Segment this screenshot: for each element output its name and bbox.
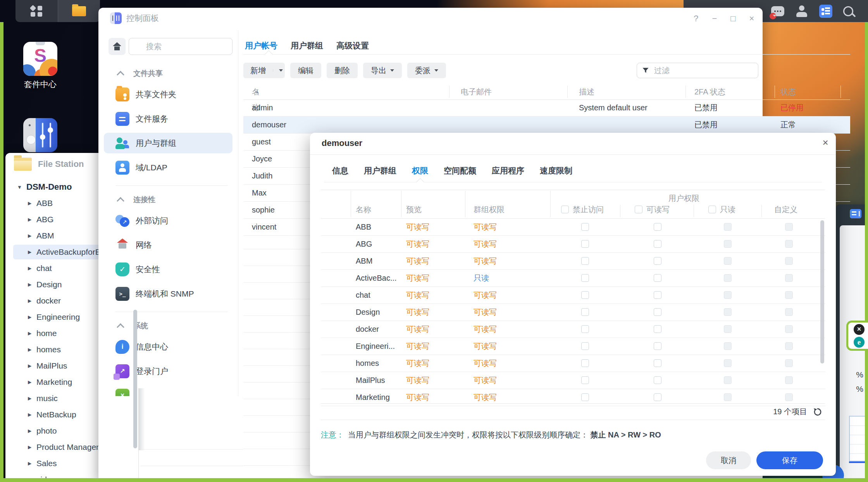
edit-button[interactable]: 编辑 [290, 63, 321, 78]
sidebar-item[interactable]: 外部访问 [98, 208, 238, 233]
read-write-checkbox[interactable] [654, 223, 661, 231]
sidebar-item[interactable]: 系统 [98, 317, 238, 334]
dialog-tab[interactable]: 应用程序 [492, 165, 524, 176]
custom-checkbox[interactable] [785, 223, 793, 231]
read-only-checkbox[interactable] [724, 393, 732, 401]
user-row[interactable]: demouser 已禁用 正常 [243, 117, 850, 134]
custom-checkbox[interactable] [785, 240, 793, 248]
custom-checkbox[interactable] [785, 342, 793, 350]
tree-scrollbar[interactable] [133, 310, 137, 448]
read-write-checkbox[interactable] [654, 393, 661, 401]
window-app-icon[interactable] [850, 209, 861, 218]
dialog-tab[interactable]: 速度限制 [540, 165, 572, 176]
no-access-checkbox[interactable] [581, 291, 589, 299]
preview-permission[interactable]: 可读写 [406, 287, 429, 304]
close-icon[interactable]: × [818, 137, 832, 149]
preview-permission[interactable]: 可读写 [406, 219, 429, 235]
group-permission[interactable]: 可读写 [474, 304, 497, 321]
sidebar-item[interactable]: 文件共享 [98, 65, 238, 82]
select-all-read-write-checkbox[interactable] [635, 206, 642, 213]
cancel-button[interactable]: 取消 [706, 451, 751, 469]
caret-right-icon[interactable]: ▶ [28, 217, 36, 222]
delete-button[interactable]: 删除 [327, 63, 358, 78]
read-only-checkbox[interactable] [724, 359, 732, 367]
read-only-checkbox[interactable] [724, 325, 732, 333]
caret-down-icon[interactable]: ▼ [17, 184, 26, 190]
read-only-checkbox[interactable] [724, 223, 732, 231]
sidebar-item[interactable]: 安全性 [98, 257, 238, 281]
sidebar-item[interactable] [98, 383, 238, 396]
read-write-checkbox[interactable] [654, 308, 661, 316]
select-all-read-only-checkbox[interactable] [708, 206, 716, 213]
desktop-icon-control-panel[interactable] [23, 118, 57, 152]
sidebar-item[interactable] [98, 180, 238, 191]
select-all-no-access-checkbox[interactable] [561, 206, 569, 213]
read-write-checkbox[interactable] [654, 376, 661, 384]
read-only-checkbox[interactable] [724, 274, 732, 282]
dialog-tab[interactable]: 权限 [412, 165, 428, 176]
caret-right-icon[interactable]: ▶ [28, 201, 36, 206]
custom-checkbox[interactable] [785, 325, 793, 333]
read-only-checkbox[interactable] [724, 308, 732, 316]
custom-checkbox[interactable] [785, 359, 793, 367]
no-access-checkbox[interactable] [581, 359, 589, 367]
read-write-checkbox[interactable] [654, 359, 661, 367]
caret-right-icon[interactable]: ▶ [28, 331, 36, 336]
sidebar-item[interactable]: 连接性 [98, 191, 238, 208]
preview-permission[interactable]: 可读写 [406, 355, 429, 372]
refresh-icon[interactable] [813, 407, 823, 417]
tab[interactable]: 用户帐号 [245, 40, 277, 51]
user-icon[interactable] [795, 5, 808, 17]
dialog-scrollbar[interactable] [820, 220, 824, 364]
no-access-checkbox[interactable] [581, 376, 589, 384]
sidebar-item[interactable]: 信息中心 [98, 334, 238, 359]
group-permission[interactable]: 可读写 [474, 355, 497, 372]
group-permission[interactable]: 可读写 [474, 253, 497, 269]
preview-permission[interactable]: 可读写 [406, 253, 429, 269]
preview-permission[interactable]: 可读写 [406, 236, 429, 252]
read-only-checkbox[interactable] [724, 240, 732, 248]
no-access-checkbox[interactable] [581, 325, 589, 333]
desktop-icon-package-center[interactable]: S [23, 42, 57, 76]
user-row[interactable]: admin System default user 已禁用 已停用 [243, 99, 850, 117]
minimize-button[interactable]: − [708, 12, 722, 25]
caret-right-icon[interactable]: ▶ [28, 266, 36, 271]
group-permission[interactable]: 只读 [474, 270, 489, 286]
custom-checkbox[interactable] [785, 308, 793, 316]
sidebar-item[interactable]: 终端机和 SNMP [98, 281, 238, 306]
preview-permission[interactable]: 可读写 [406, 372, 429, 389]
close-icon[interactable]: × [854, 324, 865, 335]
chat-icon[interactable] [771, 6, 784, 16]
group-permission[interactable]: 可读写 [474, 219, 497, 235]
dialog-tab[interactable]: 空间配额 [444, 165, 476, 176]
caret-right-icon[interactable]: ▶ [28, 428, 36, 434]
read-only-checkbox[interactable] [724, 342, 732, 350]
no-access-checkbox[interactable] [581, 223, 589, 231]
custom-checkbox[interactable] [785, 274, 793, 282]
group-permission[interactable]: 可读写 [474, 236, 497, 252]
delegate-button[interactable]: 委派 [407, 63, 446, 78]
no-access-checkbox[interactable] [581, 393, 589, 401]
read-only-checkbox[interactable] [724, 257, 732, 265]
tab[interactable]: 高级设置 [336, 40, 369, 51]
caret-right-icon[interactable]: ▶ [28, 347, 36, 352]
read-write-checkbox[interactable] [654, 291, 661, 299]
app-launcher-button[interactable] [16, 0, 58, 22]
caret-right-icon[interactable]: ▶ [28, 314, 36, 320]
read-write-checkbox[interactable] [654, 240, 661, 248]
caret-right-icon[interactable]: ▶ [28, 412, 36, 417]
no-access-checkbox[interactable] [581, 342, 589, 350]
no-access-checkbox[interactable] [581, 257, 589, 265]
column-status[interactable]: 状态 [780, 84, 796, 99]
group-permission[interactable]: 可读写 [474, 321, 497, 338]
sidebar-item[interactable]: 域/LDAP [98, 155, 238, 180]
preview-permission[interactable]: 可读写 [406, 304, 429, 321]
custom-checkbox[interactable] [785, 393, 793, 401]
tab[interactable]: 用户群组 [291, 40, 323, 51]
caret-right-icon[interactable]: ▶ [28, 249, 36, 255]
caret-right-icon[interactable]: ▶ [28, 298, 36, 304]
caret-right-icon[interactable]: ▶ [28, 363, 36, 369]
group-permission[interactable]: 可读写 [474, 287, 497, 304]
preview-permission[interactable]: 可读写 [406, 338, 429, 355]
help-button[interactable]: ? [689, 12, 703, 25]
